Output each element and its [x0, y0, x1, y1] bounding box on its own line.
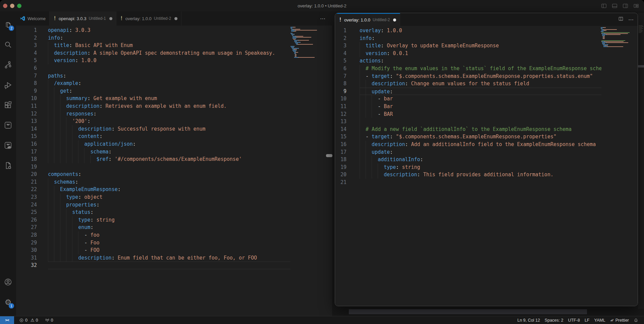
line-number: 11 [16, 102, 37, 110]
tab-label: openapi: 3.0.3 [59, 16, 86, 21]
more-actions-icon[interactable]: ⋯ [628, 16, 634, 23]
code-line-8: 8/example: [16, 80, 332, 87]
ports-status[interactable]: 0 [43, 316, 56, 324]
modified-dot[interactable] [109, 17, 112, 20]
line-number: 19 [335, 164, 346, 171]
code-line-1: 1openapi: 3.0.3 [16, 27, 332, 34]
formatter[interactable]: ✓✓Prettier [608, 318, 631, 323]
customize-layout-icon[interactable] [633, 3, 639, 9]
left-minimap[interactable] [290, 27, 328, 59]
editor-sash-grabber[interactable] [326, 154, 332, 157]
close-button[interactable] [3, 4, 7, 8]
code-line-14: 14description: Successful response with … [16, 125, 332, 133]
problems-status[interactable]: 0 ⚠ 0 [17, 316, 41, 324]
code-line-31: 31description: Enum field that can be ei… [16, 254, 332, 262]
code-line-13: 13 [335, 118, 638, 126]
tab-detail: Untitled-2 [373, 17, 390, 22]
line-number: 28 [16, 231, 37, 239]
account-icon[interactable] [0, 274, 16, 290]
tab-label: Welcome [28, 16, 46, 21]
code-line-6: 6# Modify the enum values in the `status… [335, 65, 638, 73]
run-debug-icon[interactable] [0, 77, 16, 93]
notifications[interactable] [631, 318, 641, 323]
code-line-14: 14# Add a new field `additionalInfo` to … [335, 126, 638, 133]
code-line-20: 20description: This field provides addit… [335, 171, 638, 179]
badge: 2 [9, 26, 14, 31]
line-number: 32 [16, 262, 37, 269]
tab-detail: Untitled-2 [154, 16, 171, 21]
line-number: 10 [16, 95, 37, 102]
tab-openapi-3-0-3[interactable]: !openapi: 3.0.3Untitled-1 [50, 11, 116, 26]
eol[interactable]: LF [582, 318, 592, 323]
code-line-18: 18additionalInfo: [335, 156, 638, 164]
yaml-file-icon: ! [53, 15, 56, 21]
line-number: 19 [16, 163, 37, 171]
line-number: 14 [335, 126, 346, 133]
overlay-minimap[interactable] [601, 27, 636, 48]
code-line-9: 9update: [335, 88, 638, 95]
language-mode[interactable]: YAML [592, 318, 607, 323]
zoom-button[interactable] [17, 4, 21, 8]
line-number: 4 [16, 49, 37, 57]
toggle-panel-icon[interactable] [611, 3, 618, 9]
badge: 1 [9, 303, 14, 309]
tab-overlay-1-0-0[interactable]: !overlay: 1.0.0Untitled-2 [116, 11, 181, 26]
vscode-window: overlay: 1.0.0 • Untitled-2 2 ⚙1 Welcome… [0, 0, 644, 324]
terraform-cloud-icon[interactable] [0, 137, 16, 154]
encoding[interactable]: UTF-8 [566, 318, 582, 323]
split-editor-icon[interactable] [618, 16, 624, 23]
traffic-lights [3, 4, 21, 8]
title-bar: overlay: 1.0.0 • Untitled-2 [0, 0, 644, 11]
code-line-12: 12responses: [16, 110, 332, 118]
line-number: 1 [16, 27, 37, 34]
more-actions-icon[interactable]: ⋯ [320, 11, 325, 26]
code-line-16: 16description: Add an additionalInfo fie… [335, 141, 638, 148]
modified-dot[interactable] [174, 17, 177, 20]
source-control-icon[interactable] [0, 56, 16, 73]
search-icon[interactable] [0, 36, 16, 53]
line-number: 1 [335, 27, 346, 35]
code-line-8: 8description: Change enum values for the… [335, 80, 638, 88]
code-line-27: 27enum: [16, 224, 332, 231]
line-number: 18 [16, 155, 37, 163]
tools-file-icon[interactable] [0, 157, 16, 174]
code-line-11: 11description: Retrieves an example with… [16, 102, 332, 110]
background-scrollbar[interactable] [638, 65, 644, 67]
code-line-13: 13'200': [16, 118, 332, 125]
line-number: 20 [335, 171, 346, 179]
indentation[interactable]: Spaces: 2 [542, 318, 566, 323]
code-line-1: 1overlay: 1.0.0 [335, 27, 638, 35]
openapi-editor[interactable]: 1openapi: 3.0.32info:3title: Basic API w… [16, 26, 332, 316]
line-number: 13 [16, 118, 37, 125]
tab-welcome[interactable]: Welcome [16, 11, 50, 26]
toggle-sidebar-icon[interactable] [601, 3, 607, 9]
files-icon[interactable]: 2 [0, 16, 16, 33]
settings-icon[interactable]: ⚙1 [0, 294, 16, 311]
line-number: 11 [335, 103, 346, 110]
terraform-icon[interactable] [0, 117, 16, 134]
overlay-editor[interactable]: 1overlay: 1.0.02info:3title: Overlay to … [335, 26, 638, 306]
toggle-secondary-sidebar-icon[interactable] [622, 3, 629, 9]
line-number: 30 [16, 246, 37, 254]
code-line-15: 15content: [16, 133, 332, 140]
code-line-12: 12- BAR [335, 110, 638, 118]
line-number: 21 [335, 179, 346, 186]
code-line-15: 15- target: "$.components.schemas.Exampl… [335, 133, 638, 141]
horizontal-scrollbar[interactable] [349, 309, 587, 314]
line-number: 10 [335, 95, 346, 103]
minimize-button[interactable] [10, 4, 14, 8]
modified-dot[interactable] [393, 18, 396, 21]
line-number: 26 [16, 216, 37, 224]
line-number: 2 [16, 34, 37, 42]
extensions-icon[interactable] [0, 97, 16, 113]
remote-indicator[interactable]: >< [0, 316, 14, 324]
line-number: 12 [335, 110, 346, 118]
tab-overlay-1-0-0[interactable]: !overlay: 1.0.0Untitled-2 [335, 13, 400, 26]
code-line-22: 22ExampleEnumResponse: [16, 186, 332, 193]
activity-bar: 2 ⚙1 [0, 11, 16, 316]
line-number: 8 [335, 80, 346, 88]
cursor-position[interactable]: Ln 9, Col 12 [515, 318, 542, 323]
code-line-3: 3title: Overlay to update ExampleEnumRes… [335, 42, 638, 50]
line-number: 17 [335, 148, 346, 156]
code-line-6: 6 [16, 64, 332, 72]
